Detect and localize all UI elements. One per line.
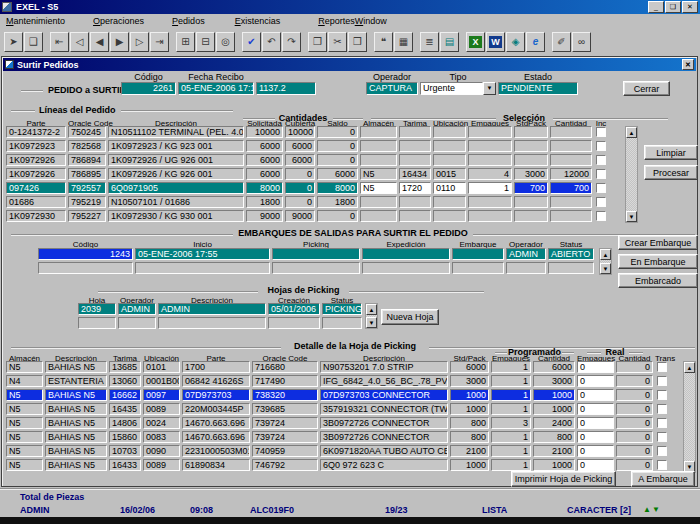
menu-item[interactable]: Reportes — [318, 16, 355, 26]
paste-icon[interactable]: ❒ — [348, 32, 367, 52]
real-empaques-cell[interactable]: 0 — [577, 445, 614, 457]
inc-checkbox[interactable] — [596, 155, 606, 165]
real-empaques-cell[interactable]: 0 — [577, 459, 614, 471]
real-empaques-cell[interactable]: 0 — [577, 375, 614, 387]
imprimir-hoja-button[interactable]: Imprimir Hoja de Picking — [511, 471, 616, 487]
menu-item[interactable]: Window — [355, 16, 387, 26]
lineas-row[interactable]: 1K0972930 795227 1K0972930 / KG 930 001 … — [6, 210, 608, 222]
inc-checkbox[interactable] — [596, 127, 606, 137]
macro-icon[interactable]: ✐ — [552, 32, 571, 52]
accept-icon[interactable]: ✔ — [242, 32, 261, 52]
redo-icon[interactable]: ↷ — [282, 32, 301, 52]
scroll-down-icon[interactable]: ▼ — [600, 263, 611, 274]
delete-record-icon[interactable]: ⊟ — [196, 32, 215, 52]
detalle-row[interactable]: N5 BAHIAS N5 16662 0097 07D973703 738320… — [6, 389, 669, 401]
embarques-scrollbar[interactable]: ▲ ▼ — [599, 248, 612, 275]
trans-checkbox[interactable] — [657, 446, 667, 456]
trans-checkbox[interactable] — [657, 418, 667, 428]
inc-checkbox[interactable] — [596, 197, 606, 207]
scroll-down-icon[interactable]: ▼ — [366, 317, 377, 328]
close-button[interactable]: ✕ — [682, 1, 698, 13]
detalle-row[interactable]: N4 ESTANTERIA 13060 0001B000 06842 41626… — [6, 375, 669, 387]
scroll-up-icon[interactable]: ▲ — [366, 304, 377, 315]
fecha-recibo-field[interactable]: 05-ENE-2006 17:17 — [178, 82, 254, 95]
form-close-button[interactable]: ✕ — [682, 59, 694, 70]
scroll-down-icon[interactable]: ▼ — [626, 211, 637, 222]
embarques-row[interactable] — [38, 262, 594, 274]
nueva-hoja-button[interactable]: Nueva Hoja — [381, 309, 439, 325]
print-icon[interactable]: ❑ — [24, 32, 43, 52]
embarcado-button[interactable]: Embarcado — [618, 273, 698, 288]
trans-checkbox[interactable] — [657, 390, 667, 400]
hojas-row[interactable] — [78, 317, 362, 329]
tipo-dropdown[interactable]: Urgente ▼ — [420, 82, 496, 95]
scroll-up-icon[interactable]: ▲ — [626, 127, 637, 138]
cut-icon[interactable]: ✂ — [328, 32, 347, 52]
inc-checkbox[interactable] — [596, 183, 606, 193]
hojas-row[interactable]: 2039 ADMIN ADMIN 05/01/2006 PICKING — [78, 303, 362, 315]
insert-record-icon[interactable]: ⊞ — [176, 32, 195, 52]
scrollbar-track[interactable] — [684, 373, 695, 461]
prev-block-icon[interactable]: ◁ — [70, 32, 89, 52]
lineas-row[interactable]: 1K0972926 786895 1K0972926 / KG 926 001 … — [6, 168, 608, 180]
menu-item[interactable]: Operaciones — [93, 16, 144, 26]
real-empaques-cell[interactable]: 0 — [577, 389, 614, 401]
help-icon[interactable]: ▤ — [440, 32, 459, 52]
next-record-icon[interactable]: ▶ — [110, 32, 129, 52]
excel-icon[interactable]: X — [466, 32, 485, 52]
trans-checkbox[interactable] — [657, 362, 667, 372]
embarques-row[interactable]: 1243 05-ENE-2006 17:55 ADMIN ABIERTO — [38, 248, 594, 260]
first-record-icon[interactable]: ⇤ — [50, 32, 69, 52]
hojas-scrollbar[interactable]: ▲ ▼ — [365, 303, 378, 329]
a-embarque-button[interactable]: A Embarque — [631, 471, 695, 487]
minimize-button[interactable]: _ — [648, 1, 664, 13]
restore-button[interactable]: ❏ — [665, 1, 681, 13]
procesar-button[interactable]: Procesar — [644, 165, 698, 180]
en-embarque-button[interactable]: En Embarque — [618, 254, 698, 269]
limpiar-button[interactable]: Limpiar — [644, 145, 698, 160]
window-icon[interactable]: ▦ — [394, 32, 413, 52]
real-empaques-cell[interactable]: 0 — [577, 361, 614, 373]
exit-icon[interactable]: ➤ — [4, 32, 23, 52]
trans-checkbox[interactable] — [657, 376, 667, 386]
detalle-row[interactable]: N5 BAHIAS N5 13685 0101 1700 716680 N907… — [6, 361, 669, 373]
trans-checkbox[interactable] — [657, 460, 667, 470]
notes-icon[interactable]: ◈ — [506, 32, 525, 52]
inc-checkbox[interactable] — [596, 141, 606, 151]
menu-item[interactable]: Existencias — [235, 16, 281, 26]
trans-checkbox[interactable] — [657, 404, 667, 414]
real-empaques-cell[interactable]: 0 — [577, 431, 614, 443]
menu-item[interactable]: Mantenimiento — [6, 16, 65, 26]
detalle-row[interactable]: N5 BAHIAS N5 15860 0083 14670.663.696 73… — [6, 431, 669, 443]
lineas-row[interactable]: 0-1241372-2 750245 N10511102 TERMINAL (P… — [6, 126, 608, 138]
tree-icon[interactable]: ≣ — [420, 32, 439, 52]
lineas-scrollbar[interactable]: ▲ ▼ — [625, 126, 638, 223]
crear-embarque-button[interactable]: Crear Embarque — [618, 235, 698, 250]
word-icon[interactable]: W — [486, 32, 505, 52]
detalle-row[interactable]: N5 BAHIAS N5 16435 0089 220M003445P 7396… — [6, 403, 669, 415]
real-empaques-cell[interactable]: 0 — [577, 417, 614, 429]
cerrar-button[interactable]: Cerrar — [623, 81, 670, 96]
scrollbar-track[interactable] — [626, 138, 637, 211]
trans-checkbox[interactable] — [657, 432, 667, 442]
lineas-row[interactable]: 1K0972923 782568 1K0972923 / KG 923 001 … — [6, 140, 608, 152]
lineas-row[interactable]: 1K0972926 786894 1K0972926 / UG 926 001 … — [6, 154, 608, 166]
estado-field[interactable]: PENDIENTE — [498, 82, 578, 95]
inc-checkbox[interactable] — [596, 169, 606, 179]
lineas-row[interactable]: 097426 792557 6Q0971905 8000 0 8000 N5 1… — [6, 182, 608, 194]
detalle-row[interactable]: N5 BAHIAS N5 16433 0089 61890834 746792 … — [6, 459, 669, 471]
scroll-up-icon[interactable]: ▲ — [600, 249, 611, 260]
search-icon[interactable]: ∞ — [572, 32, 591, 52]
chevron-down-icon[interactable]: ▼ — [483, 82, 496, 95]
detalle-row[interactable]: N5 BAHIAS N5 10703 0090 2231000503M0170 … — [6, 445, 669, 457]
next-block-icon[interactable]: ▷ — [130, 32, 149, 52]
inc-checkbox[interactable] — [596, 211, 606, 221]
detalle-row[interactable]: N5 BAHIAS N5 14806 0024 14670.663.696 73… — [6, 417, 669, 429]
operador-field[interactable]: CAPTURA — [366, 82, 418, 95]
real-empaques-cell[interactable]: 0 — [577, 403, 614, 415]
menu-item[interactable]: Pedidos — [172, 16, 205, 26]
find-icon[interactable]: ◎ — [216, 32, 235, 52]
detalle-scrollbar[interactable]: ▲ ▼ — [683, 361, 696, 473]
copy-icon[interactable]: ❐ — [308, 32, 327, 52]
undo-icon[interactable]: ↶ — [262, 32, 281, 52]
